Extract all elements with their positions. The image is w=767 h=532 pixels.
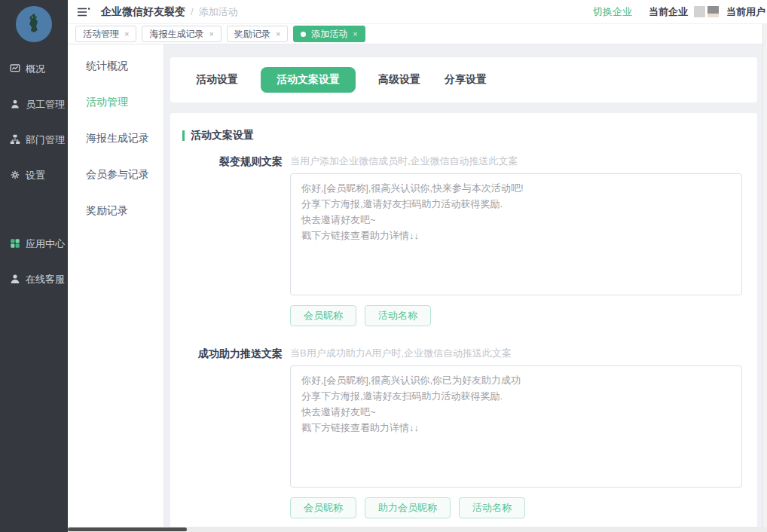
assist-success-copy-textarea[interactable]: 你好,[会员昵称],很高兴认识你,你已为好友助力成功 分享下方海报,邀请好友扫码… [290, 365, 742, 488]
nav-spacer [0, 203, 68, 237]
tab-chip-label: 海报生成记录 [149, 28, 203, 41]
section-accent-bar [182, 130, 185, 141]
vertical-scrollbar[interactable] [762, 24, 767, 532]
breadcrumb-current: 添加活动 [199, 5, 238, 19]
tab-chip-label: 添加活动 [311, 28, 347, 41]
close-icon[interactable]: × [276, 30, 280, 38]
insert-tag-row: 会员昵称 助力会员昵称 活动名称 [290, 497, 742, 518]
assist-member-nickname-tag-button[interactable]: 助力会员昵称 [365, 497, 451, 518]
field-label: 裂变规则文案 [170, 154, 283, 326]
app-root: 概况 员工管理 部门管理 设置 应用中心 在线客服 [0, 0, 767, 532]
sidebar-item-app-center[interactable]: 应用中心 [0, 237, 68, 252]
tab-activity-settings[interactable]: 活动设置 [194, 67, 240, 93]
sidebar-item-customer-service[interactable]: 在线客服 [0, 272, 68, 287]
settings-icon [10, 170, 20, 182]
member-nickname-tag-button[interactable]: 会员昵称 [290, 305, 356, 326]
app-center-icon [10, 238, 20, 251]
sidebar-item-label: 部门管理 [26, 133, 65, 147]
sidebar-item-label: 概况 [26, 63, 45, 76]
field-hint: 当用户添加企业微信成员时,企业微信自动推送此文案 [290, 154, 742, 169]
copywriting-form-card: 活动文案设置 裂变规则文案 当用户添加企业微信成员时,企业微信自动推送此文案 你… [170, 113, 757, 527]
sidebar-item-overview[interactable]: 概况 [0, 62, 68, 77]
member-nickname-tag-button[interactable]: 会员昵称 [290, 497, 356, 518]
header-actions: 切换企业 当前企业 当前用户 [593, 5, 765, 19]
fission-rule-copy-row: 裂变规则文案 当用户添加企业微信成员时,企业微信自动推送此文案 你好,[会员昵称… [170, 154, 757, 326]
sidebar-item-reward-records[interactable]: 奖励记录 [68, 203, 163, 218]
close-icon[interactable]: × [124, 30, 129, 38]
company-logo [694, 6, 719, 17]
breadcrumb-root: 企业微信好友裂变 [101, 5, 185, 19]
employee-icon [10, 99, 20, 112]
mascot-icon [25, 12, 43, 36]
sidebar-fold-icon[interactable] [77, 7, 90, 17]
top-header: 企业微信好友裂变 / 添加活动 切换企业 当前企业 当前用户 [68, 0, 767, 24]
insert-tag-row: 会员昵称 活动名称 [290, 305, 742, 326]
switch-company-link[interactable]: 切换企业 [593, 5, 632, 19]
tab-chip-activity-management[interactable]: 活动管理 × [75, 26, 136, 42]
sidebar-item-member-participation[interactable]: 会员参与记录 [68, 167, 163, 182]
active-tab-dot [301, 32, 306, 37]
fission-rule-copy-textarea[interactable]: 你好,[会员昵称],很高兴认识你,快来参与本次活动吧! 分享下方海报,邀请好友扫… [290, 173, 742, 295]
tab-advanced-settings[interactable]: 高级设置 [377, 67, 422, 93]
tab-chip-poster-records[interactable]: 海报生成记录 × [142, 26, 221, 42]
section-header: 活动文案设置 [182, 128, 757, 143]
dashboard-icon [10, 63, 20, 76]
tab-chip-reward-records[interactable]: 奖励记录 × [227, 26, 288, 42]
section-title: 活动文案设置 [191, 129, 254, 142]
sidebar-item-activity-management[interactable]: 活动管理 [68, 94, 163, 109]
company-logo-block [694, 6, 705, 17]
sidebar-item-label: 员工管理 [26, 98, 65, 112]
field-hint: 当B用户成功助力A用户时,企业微信自动推送此文案 [290, 346, 742, 361]
sidebar-item-settings[interactable]: 设置 [0, 168, 68, 183]
sidebar-item-label: 设置 [26, 169, 45, 182]
close-icon[interactable]: × [353, 30, 357, 38]
current-user-label[interactable]: 当前用户 [726, 5, 765, 19]
primary-sidebar: 概况 员工管理 部门管理 设置 应用中心 在线客服 [0, 0, 68, 532]
close-icon[interactable]: × [209, 30, 213, 38]
horizontal-scrollbar[interactable] [68, 527, 767, 532]
field-label: 成功助力推送文案 [170, 346, 283, 518]
department-icon [10, 134, 20, 147]
sidebar-item-label: 在线客服 [26, 273, 65, 286]
activity-name-tag-button[interactable]: 活动名称 [365, 305, 431, 326]
sidebar-item-label: 应用中心 [26, 237, 65, 251]
tab-share-settings[interactable]: 分享设置 [443, 67, 488, 93]
current-company-label: 当前企业 [649, 5, 688, 19]
field-main: 当B用户成功助力A用户时,企业微信自动推送此文案 你好,[会员昵称],很高兴认识… [290, 346, 742, 518]
activity-name-tag-button[interactable]: 活动名称 [459, 497, 525, 518]
secondary-sidebar: 统计概况 活动管理 海报生成记录 会员参与记录 奖励记录 [68, 44, 164, 527]
sidebar-item-employees[interactable]: 员工管理 [0, 97, 68, 112]
tab-chip-label: 奖励记录 [234, 28, 270, 41]
tab-chip-add-activity[interactable]: 添加活动 × [293, 26, 365, 42]
main-area: 活动设置 活动文案设置 高级设置 分享设置 活动文案设置 裂变规则文案 当用户添… [164, 44, 763, 527]
sidebar-item-departments[interactable]: 部门管理 [0, 133, 68, 148]
brand-logo[interactable] [16, 6, 52, 42]
customer-service-icon [10, 274, 20, 286]
sidebar-item-poster-records[interactable]: 海报生成记录 [68, 130, 163, 145]
open-tabs-bar: 活动管理 × 海报生成记录 × 奖励记录 × 添加活动 × [68, 24, 767, 44]
primary-nav: 概况 员工管理 部门管理 设置 应用中心 在线客服 [0, 62, 68, 287]
assist-success-copy-row: 成功助力推送文案 当B用户成功助力A用户时,企业微信自动推送此文案 你好,[会员… [170, 346, 757, 518]
breadcrumb-separator: / [191, 6, 194, 17]
settings-tabs-card: 活动设置 活动文案设置 高级设置 分享设置 [170, 57, 757, 102]
field-main: 当用户添加企业微信成员时,企业微信自动推送此文案 你好,[会员昵称],很高兴认识… [290, 154, 742, 326]
tab-copywriting-settings[interactable]: 活动文案设置 [261, 67, 356, 93]
sidebar-item-stats-overview[interactable]: 统计概况 [68, 58, 163, 73]
tab-chip-label: 活动管理 [83, 28, 119, 41]
company-logo-block [707, 6, 719, 17]
horizontal-scrollbar-thumb[interactable] [68, 527, 187, 531]
